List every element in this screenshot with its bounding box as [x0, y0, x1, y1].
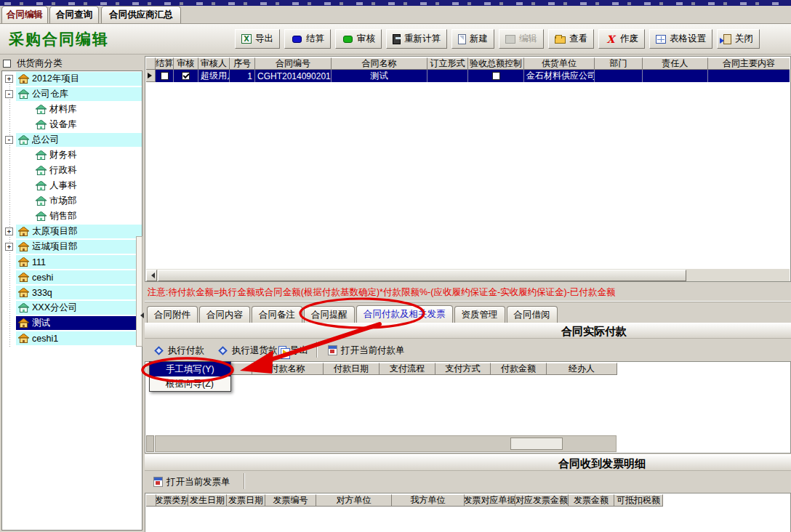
tree-item-label: 财务科 — [49, 149, 77, 161]
tree-item[interactable]: 太原项目部 — [2, 224, 142, 239]
column-header[interactable]: 支付流程 — [380, 363, 435, 375]
tree-item[interactable]: ceshi1 — [2, 331, 142, 346]
tree-item[interactable]: 测试 — [2, 315, 142, 331]
table-settings-button[interactable]: 表格设置 — [649, 29, 712, 49]
column-header[interactable]: 发票日期 — [227, 494, 265, 507]
export-button[interactable]: 导出 — [235, 29, 280, 49]
contract-grid-hscrollbar[interactable] — [146, 268, 790, 281]
tree-item[interactable]: 设备库 — [2, 117, 142, 132]
column-header[interactable]: 可抵扣税额 — [614, 494, 663, 507]
open-payment-doc-button[interactable]: 打开当前付款单 — [325, 342, 408, 359]
detail-tab[interactable]: 合同付款及相关发票 — [356, 305, 453, 323]
detail-tab[interactable]: 合同附件 — [147, 306, 198, 323]
column-header[interactable]: 合同名称 — [332, 57, 427, 70]
tree-item[interactable]: 运城项目部 — [2, 239, 142, 254]
column-header[interactable]: 对应发票金额 — [515, 494, 569, 507]
tree-item[interactable]: 333q — [2, 285, 142, 300]
acceptance-checkbox[interactable] — [492, 72, 500, 80]
column-header[interactable]: 发票对应单据 — [465, 494, 515, 507]
payment-grid-hscrollbar[interactable] — [155, 435, 617, 452]
column-header[interactable]: 支付方式 — [435, 363, 491, 375]
column-header[interactable]: 合同编号 — [255, 57, 332, 70]
tree-item[interactable]: 公司仓库 — [2, 86, 142, 102]
column-header[interactable]: 审核人 — [198, 57, 230, 70]
house-icon — [36, 120, 47, 129]
payment-section-titlebar: 合同实际付款 — [145, 323, 791, 339]
tree-item[interactable]: 行政科 — [2, 163, 142, 178]
export-payment-button[interactable]: 导出 — [276, 342, 311, 359]
column-header[interactable]: 对方单位 — [316, 494, 392, 507]
column-header[interactable]: 审核 — [174, 57, 198, 70]
column-header[interactable]: 发生日期 — [188, 494, 227, 507]
column-header[interactable]: 合同主要内容 — [708, 57, 790, 70]
tree-expand-toggle-icon[interactable] — [5, 136, 13, 144]
column-header[interactable]: 序号 — [230, 57, 255, 70]
tab-contract-edit[interactable]: 合同编辑 — [1, 6, 48, 23]
menu-item-wizard[interactable]: 根据向导(Z) — [150, 376, 230, 391]
tree-item[interactable]: 市场部 — [2, 193, 142, 209]
detail-tab[interactable]: 合同提醒 — [304, 306, 355, 323]
tree-item[interactable]: 销售部 — [2, 209, 142, 224]
column-header[interactable]: 付款名称 — [252, 363, 324, 375]
scrollbar-thumb[interactable] — [510, 438, 563, 450]
application-window: 合同编辑 合同查询 合同供应商汇总 采购合同编辑 导出 结算 审核 重新计算 — [0, 0, 791, 532]
invoice-grid-header: 发票类别发生日期发票日期发票编号对方单位我方单位发票对应单据对应发票金额发票金额… — [146, 494, 790, 507]
tree-item[interactable]: XXX分公司 — [2, 300, 142, 315]
tree-item[interactable]: 人事科 — [2, 178, 142, 193]
contract-row[interactable]: 超级用户 1 CGHT2014090201 测试 金石材料供应公司 — [146, 70, 790, 82]
audit-checkbox[interactable] — [182, 72, 190, 80]
tree-expand-toggle-icon[interactable] — [5, 90, 13, 98]
column-header[interactable]: 付款日期 — [324, 363, 380, 375]
column-header[interactable]: 付款金额 — [491, 363, 547, 375]
execute-payment-button[interactable]: 执行付款 — [150, 342, 207, 359]
close-button[interactable]: 关闭 — [717, 29, 760, 49]
tree-item[interactable]: ceshi — [2, 270, 142, 285]
detail-tab[interactable]: 合同借阅 — [507, 306, 558, 323]
scrollbar-thumb[interactable] — [158, 270, 686, 281]
supplier-category-checkbox[interactable] — [3, 60, 11, 68]
edit-button[interactable]: 编辑 — [499, 29, 544, 49]
column-header[interactable]: 经办人 — [547, 363, 617, 375]
tree-vertical-scrollbar[interactable] — [136, 236, 142, 347]
column-header[interactable]: 部门 — [595, 57, 643, 70]
column-header[interactable]: 发票金额 — [569, 494, 614, 507]
tree-item[interactable]: 2012年项目 — [2, 71, 142, 86]
splitter-collapse-icon[interactable] — [137, 313, 144, 318]
tree-item[interactable]: 总公司 — [2, 132, 142, 148]
settle-button[interactable]: 结算 — [284, 29, 331, 49]
column-header[interactable]: 我方单位 — [392, 494, 465, 507]
column-header[interactable]: 订立形式 — [427, 57, 468, 70]
execute-refund-button[interactable]: 执行退货款 — [214, 342, 281, 359]
column-header[interactable]: 发票编号 — [265, 494, 316, 507]
column-header[interactable]: 验收总额控制 — [468, 57, 524, 70]
tree-expand-toggle-icon[interactable] — [5, 75, 13, 83]
detail-tab[interactable]: 合同内容 — [199, 306, 250, 323]
view-button[interactable]: 查看 — [548, 29, 594, 49]
tab-supplier-summary[interactable]: 合同供应商汇总 — [101, 6, 181, 23]
tree-expand-toggle-icon[interactable] — [5, 243, 13, 251]
row-selector — [146, 70, 156, 82]
column-header[interactable]: 结算 — [156, 57, 174, 70]
tree-item[interactable]: 111 — [2, 254, 142, 270]
menu-item-manual-fill[interactable]: 手工填写(Y) — [150, 362, 230, 376]
payment-notice: 注意:待付款金额=执行金额或合同金额(根据付款基数确定)*付款限额%-(应收履约… — [148, 286, 615, 299]
detail-tab[interactable]: 合同备注 — [252, 306, 302, 323]
open-invoice-doc-button[interactable]: 打开当前发票单 — [150, 473, 233, 491]
void-button[interactable]: 作废 — [598, 29, 645, 49]
tree-item[interactable]: 材料库 — [2, 102, 142, 117]
recalculate-button[interactable]: 重新计算 — [386, 29, 447, 49]
contract-grid: 结算审核审核人序号合同编号合同名称订立形式验收总额控制供货单位部门责任人合同主要… — [145, 56, 791, 282]
column-header[interactable]: 供货单位 — [524, 57, 595, 70]
house-icon — [18, 257, 29, 267]
new-button[interactable]: 新建 — [451, 29, 494, 49]
tree-expand-toggle-icon[interactable] — [5, 227, 13, 235]
column-header[interactable]: 责任人 — [643, 57, 708, 70]
scroll-left-icon[interactable] — [146, 270, 157, 281]
settle-checkbox[interactable] — [161, 72, 169, 80]
tree-item-label: ceshi — [32, 273, 53, 283]
audit-button[interactable]: 审核 — [335, 29, 382, 49]
column-header[interactable]: 发票类别 — [156, 494, 188, 507]
detail-tab[interactable]: 资质管理 — [454, 306, 505, 323]
tab-contract-query[interactable]: 合同查询 — [49, 6, 99, 23]
tree-item[interactable]: 财务科 — [2, 148, 142, 163]
